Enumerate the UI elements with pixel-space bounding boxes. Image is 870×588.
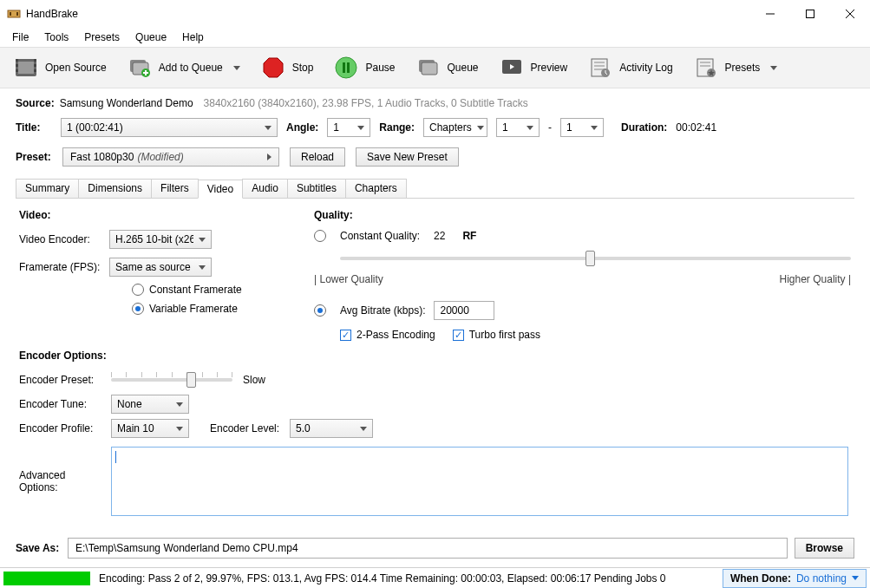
abr-input[interactable] xyxy=(434,301,494,320)
arrow-right-icon xyxy=(267,154,271,160)
save-new-preset-button[interactable]: Save New Preset xyxy=(356,147,459,167)
tab-audio[interactable]: Audio xyxy=(242,179,288,198)
menu-presets[interactable]: Presets xyxy=(77,29,127,45)
chevron-down-icon xyxy=(233,66,240,70)
encoder-profile-select[interactable]: Main 10 xyxy=(111,419,189,438)
duration-value: 00:02:41 xyxy=(676,121,716,134)
svg-rect-12 xyxy=(34,59,36,62)
lower-quality-hint: | Lower Quality xyxy=(314,273,383,285)
svg-marker-20 xyxy=(264,58,283,77)
svg-point-21 xyxy=(336,57,357,78)
radio-icon xyxy=(132,284,144,296)
range-to-select[interactable]: 1 xyxy=(560,118,604,137)
slider-thumb[interactable] xyxy=(585,251,595,266)
quality-section-title: Quality: xyxy=(314,209,851,221)
range-type-value: Chapters xyxy=(429,121,472,134)
when-done-select[interactable]: When Done: Do nothing xyxy=(723,569,867,588)
close-button[interactable] xyxy=(830,0,870,28)
log-icon xyxy=(588,56,612,80)
queue-label: Queue xyxy=(448,62,479,74)
range-from-value: 1 xyxy=(502,121,508,134)
vfr-option[interactable]: Variable Framerate xyxy=(132,303,288,315)
stop-button[interactable]: Stop xyxy=(252,52,323,83)
open-source-button[interactable]: Open Source xyxy=(5,52,115,83)
window-controls xyxy=(750,0,870,28)
maximize-button[interactable] xyxy=(790,0,830,28)
slider-thumb[interactable] xyxy=(186,372,196,388)
save-path-value: E:\Temp\Samsung Wonderland Demo CPU.mp4 xyxy=(75,542,298,554)
title-select[interactable]: 1 (00:02:41) xyxy=(61,118,278,137)
cq-radio[interactable] xyxy=(314,230,326,242)
preview-button[interactable]: Preview xyxy=(491,52,577,83)
chevron-down-icon xyxy=(176,427,183,431)
check-icon: ✓ xyxy=(340,330,351,341)
encoder-tune-label: Encoder Tune: xyxy=(19,398,101,410)
video-tab-content: Video: Video Encoder: H.265 10-bit (x265… xyxy=(0,199,870,532)
angle-value: 1 xyxy=(333,121,339,134)
presets-button[interactable]: Presets xyxy=(685,52,787,83)
title-row: Title: 1 (00:02:41) Angle: 1 Range: Chap… xyxy=(0,113,870,142)
menu-bar: File Tools Presets Queue Help xyxy=(0,28,870,47)
chevron-down-icon xyxy=(477,126,484,130)
chevron-down-icon xyxy=(199,238,206,242)
minimize-button[interactable] xyxy=(750,0,790,28)
two-pass-checkbox[interactable]: ✓ 2-Pass Encoding xyxy=(340,329,435,341)
tab-video[interactable]: Video xyxy=(198,180,243,199)
tab-filters[interactable]: Filters xyxy=(151,179,199,198)
toolbar: Open Source Add to Queue Stop Pause Queu… xyxy=(0,47,870,88)
reload-button[interactable]: Reload xyxy=(290,147,345,167)
tab-summary[interactable]: Summary xyxy=(16,179,79,198)
abr-radio[interactable] xyxy=(314,304,326,317)
cq-value: 22 xyxy=(434,230,445,242)
turbo-checkbox[interactable]: ✓ Turbo first pass xyxy=(453,329,540,341)
encoder-profile-value: Main 10 xyxy=(117,422,154,434)
svg-rect-25 xyxy=(422,62,437,75)
cfr-option[interactable]: Constant Framerate xyxy=(132,284,288,296)
range-to-value: 1 xyxy=(566,121,572,134)
two-pass-label: 2-Pass Encoding xyxy=(357,329,435,341)
film-icon xyxy=(14,56,38,80)
menu-tools[interactable]: Tools xyxy=(37,29,75,45)
pause-button[interactable]: Pause xyxy=(325,52,403,83)
preset-select[interactable]: Fast 1080p30 (Modified) xyxy=(62,147,279,167)
add-to-queue-button[interactable]: Add to Queue xyxy=(119,52,249,83)
abr-label: Avg Bitrate (kbps): xyxy=(340,304,425,317)
advanced-options-input[interactable] xyxy=(111,447,848,516)
menu-file[interactable]: File xyxy=(5,29,36,45)
angle-label: Angle: xyxy=(286,121,318,134)
chevron-down-icon xyxy=(357,126,364,130)
queue-button[interactable]: Queue xyxy=(408,52,487,83)
video-encoder-select[interactable]: H.265 10-bit (x265 xyxy=(109,230,212,249)
encoder-level-select[interactable]: 5.0 xyxy=(290,419,373,438)
progress-bar xyxy=(3,572,90,585)
activity-log-label: Activity Log xyxy=(619,62,672,74)
tab-chapters[interactable]: Chapters xyxy=(345,179,407,198)
menu-help[interactable]: Help xyxy=(175,29,211,45)
angle-select[interactable]: 1 xyxy=(327,118,370,137)
range-type-select[interactable]: Chapters xyxy=(423,118,487,137)
source-name: Samsung Wonderland Demo xyxy=(60,97,193,109)
range-from-select[interactable]: 1 xyxy=(496,118,540,137)
tab-dimensions[interactable]: Dimensions xyxy=(78,179,152,198)
svg-rect-11 xyxy=(16,69,18,72)
vfr-label: Variable Framerate xyxy=(149,303,238,315)
save-path-input[interactable]: E:\Temp\Samsung Wonderland Demo CPU.mp4 xyxy=(68,538,788,559)
encoder-tune-select[interactable]: None xyxy=(111,395,189,414)
encopts-section-title: Encoder Options: xyxy=(19,350,851,362)
quality-slider[interactable] xyxy=(340,249,851,268)
svg-rect-13 xyxy=(34,64,36,67)
encoder-preset-label: Encoder Preset: xyxy=(19,374,101,386)
browse-button[interactable]: Browse xyxy=(795,538,854,559)
svg-rect-1 xyxy=(10,12,11,16)
activity-log-button[interactable]: Activity Log xyxy=(579,52,681,83)
queue-add-icon xyxy=(128,56,152,80)
fps-value: Same as source xyxy=(115,261,191,273)
encoder-tune-value: None xyxy=(117,398,142,410)
tab-subtitles[interactable]: Subtitles xyxy=(287,179,346,198)
app-icon xyxy=(7,7,21,21)
presets-icon xyxy=(694,56,718,80)
encoder-preset-slider[interactable] xyxy=(111,370,232,389)
menu-queue[interactable]: Queue xyxy=(128,29,173,45)
duration-label: Duration: xyxy=(621,121,667,134)
fps-select[interactable]: Same as source xyxy=(109,258,212,277)
